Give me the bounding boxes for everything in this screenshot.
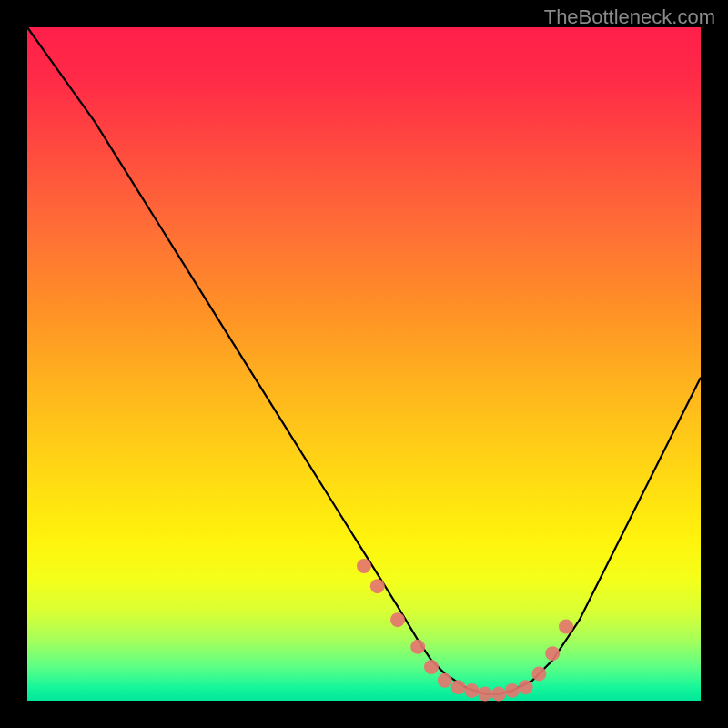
scatter-dot	[438, 673, 452, 688]
scatter-dot	[370, 579, 385, 593]
scatter-dot	[451, 680, 466, 694]
scatter-dot	[519, 680, 533, 694]
scatter-dot	[357, 559, 371, 573]
scatter-dot	[464, 683, 479, 698]
scatter-dot	[531, 666, 546, 681]
scatter-dot	[491, 687, 506, 702]
scatter-dot	[545, 646, 560, 661]
scatter-dot	[559, 620, 573, 634]
watermark-text: TheBottleneck.com	[544, 5, 715, 29]
scatter-dot	[424, 660, 439, 674]
scatter-dot	[505, 683, 520, 698]
bottleneck-curve	[27, 27, 701, 694]
scatter-dot	[478, 687, 492, 702]
scatter-dot	[390, 612, 405, 627]
chart-gradient-background	[27, 27, 701, 701]
scatter-dots-group	[357, 559, 573, 702]
chart-svg	[27, 27, 701, 701]
scatter-dot	[410, 640, 425, 654]
